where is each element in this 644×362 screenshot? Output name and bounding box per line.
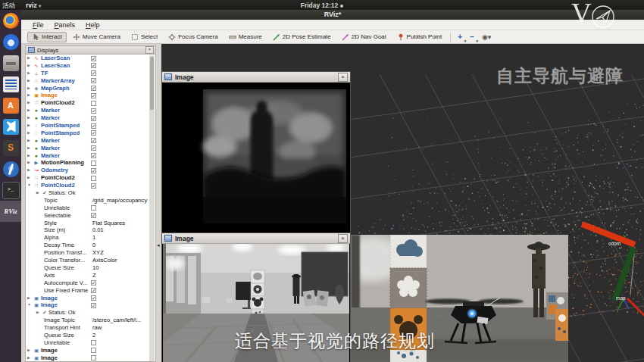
property-row-axis[interactable]: AxisZ — [26, 272, 151, 279]
tool-properties-button[interactable]: ◉▾ — [479, 33, 494, 41]
display-row-pointstamped[interactable]: ▶○PointStamped✓ — [26, 122, 151, 130]
collapsed-arrow-icon[interactable]: ▶ — [27, 114, 30, 122]
display-row-markerarray[interactable]: ▶∴MarkerArray✓ — [26, 77, 151, 85]
vscode-dock-item[interactable] — [0, 116, 21, 137]
display-row-motionplanning[interactable]: ▶▶MotionPlanning — [26, 159, 151, 167]
display-row-laserscan[interactable]: ▶∿LaserScan✓ — [26, 55, 151, 62]
scrollbar[interactable] — [149, 55, 155, 361]
property-row-image-topic[interactable]: Image Topic/stereo_cam/left/i... — [26, 317, 151, 324]
enable-checkbox[interactable]: ✓ — [91, 70, 96, 76]
display-row-laserscan[interactable]: ▶∿LaserScan✓ — [26, 62, 151, 70]
image-window-titlebar[interactable]: Image × — [162, 233, 350, 244]
collapsed-arrow-icon[interactable]: ▶ — [27, 137, 30, 145]
enable-checkbox[interactable]: ✓ — [91, 123, 96, 129]
property-checkbox[interactable] — [91, 340, 96, 345]
display-row-pointstamped[interactable]: ▶○PointStamped✓ — [26, 130, 151, 137]
property-value[interactable]: raw — [92, 324, 102, 332]
clock[interactable]: Friday 12:12 — [0, 2, 644, 9]
display-row-image[interactable]: ▶▣Image✓ — [26, 92, 151, 99]
property-value[interactable]: 2 — [92, 332, 95, 339]
display-row-marker[interactable]: ▶●Marker✓ — [26, 107, 151, 114]
enable-checkbox[interactable]: ✓ — [91, 303, 96, 308]
property-checkbox[interactable]: ✓ — [91, 213, 96, 218]
scrollbar-thumb[interactable] — [150, 57, 154, 110]
property-row-unreliable[interactable]: Unreliable — [26, 339, 151, 347]
property-row-color-transfor-[interactable]: Color Transfor...AxisColor — [26, 257, 151, 264]
property-value[interactable]: 10 — [92, 264, 98, 272]
display-row-mapgraph[interactable]: ▶◆MapGraph✓ — [26, 85, 151, 92]
property-row-alpha[interactable]: Alpha1 — [26, 234, 151, 242]
collapsed-arrow-icon[interactable]: ▶ — [27, 70, 30, 77]
property-row-selectable[interactable]: Selectable✓ — [26, 212, 151, 220]
display-row-pointcloud2[interactable]: ▶∷PointCloud2 — [26, 99, 151, 107]
display-row-pointcloud2[interactable]: ▼∷PointCloud2✓ — [26, 182, 151, 189]
display-row-pointcloud2[interactable]: ▶∷PointCloud2 — [26, 174, 151, 182]
property-checkbox[interactable]: ✓ — [91, 280, 96, 286]
property-row-autocompute-v-[interactable]: Autocompute V...✓ — [26, 279, 151, 287]
display-row-image[interactable]: ▶▣Image — [26, 347, 151, 354]
enable-checkbox[interactable] — [91, 161, 96, 166]
writer-dock-item[interactable] — [0, 73, 21, 95]
collapsed-arrow-icon[interactable]: ▶ — [27, 159, 30, 167]
enable-checkbox[interactable]: ✓ — [91, 168, 96, 173]
collapsed-arrow-icon[interactable]: ▶ — [27, 77, 30, 85]
collapsed-arrow-icon[interactable]: ▶ — [36, 309, 39, 317]
enable-checkbox[interactable]: ✓ — [91, 145, 96, 151]
collapsed-arrow-icon[interactable]: ▶ — [27, 152, 30, 160]
blueapp-dock-item[interactable] — [0, 158, 21, 179]
collapsed-arrow-icon[interactable]: ▶ — [27, 122, 30, 130]
menu-panels[interactable]: Panels — [49, 21, 81, 29]
rviz-dock-item[interactable]: RViz — [0, 201, 21, 222]
property-value[interactable]: /stereo_cam/left/i... — [92, 317, 141, 324]
enable-checkbox[interactable]: ✓ — [91, 116, 96, 121]
expanded-arrow-icon[interactable]: ▼ — [27, 301, 31, 309]
collapsed-arrow-icon[interactable]: ▶ — [36, 189, 39, 197]
collapsed-arrow-icon[interactable]: ▶ — [27, 174, 30, 182]
terminal-dock-item[interactable]: >_ — [0, 179, 21, 201]
image-window-depth[interactable]: Image × — [162, 72, 350, 233]
enable-checkbox[interactable]: ✓ — [91, 108, 96, 114]
property-value[interactable]: Flat Squares — [92, 220, 125, 227]
collapsed-arrow-icon[interactable]: ▶ — [27, 85, 30, 92]
property-row-size-m-[interactable]: Size (m)0.01 — [26, 226, 151, 234]
display-row-image[interactable]: ▼▣Image✓ — [26, 301, 151, 309]
collapsed-arrow-icon[interactable]: ▶ — [27, 107, 30, 114]
property-row-decay-time[interactable]: Decay Time0 — [26, 242, 151, 249]
publish-point-tool-button[interactable]: Publish Point — [392, 32, 447, 42]
property-value[interactable]: 0.01 — [92, 226, 104, 234]
enable-checkbox[interactable] — [91, 101, 96, 106]
files-dock-item[interactable] — [0, 52, 21, 73]
property-row-use-fixed-frame[interactable]: Use Fixed Frame✓ — [26, 287, 151, 295]
property-value[interactable]: AxisColor — [92, 257, 117, 264]
enable-checkbox[interactable]: ✓ — [91, 78, 96, 83]
expanded-arrow-icon[interactable]: ▼ — [27, 182, 31, 189]
displays-panel-header[interactable]: Displays × — [26, 46, 155, 55]
tf-frame-label-odom[interactable]: odom — [608, 241, 621, 246]
display-row-odometry[interactable]: ▶↝Odometry✓ — [26, 167, 151, 174]
enable-checkbox[interactable]: ✓ — [91, 56, 96, 61]
move-camera-tool-button[interactable]: Move Camera — [68, 32, 125, 42]
measure-tool-button[interactable]: Measure — [224, 32, 267, 42]
property-value[interactable]: Z — [92, 272, 96, 279]
display-row-image[interactable]: ▶▣Image✓ — [26, 295, 151, 302]
property-row-style[interactable]: StyleFlat Squares — [26, 220, 151, 227]
tf-frame-label-map[interactable]: map — [616, 295, 626, 301]
enable-checkbox[interactable]: ✓ — [91, 130, 96, 136]
menu-help[interactable]: Help — [80, 21, 105, 29]
status-row[interactable]: ▶✓Status: Ok — [26, 189, 151, 197]
property-row-queue-size[interactable]: Queue Size10 — [26, 264, 151, 272]
property-checkbox[interactable]: ✓ — [91, 288, 96, 293]
enable-checkbox[interactable]: ✓ — [91, 138, 96, 143]
menu-file[interactable]: File — [27, 21, 49, 29]
property-value[interactable]: XYZ — [92, 249, 104, 257]
collapsed-arrow-icon[interactable]: ▶ — [27, 99, 30, 107]
collapsed-arrow-icon[interactable]: ▶ — [27, 55, 30, 62]
collapsed-arrow-icon[interactable]: ▶ — [27, 62, 30, 70]
thunderbird-dock-item[interactable] — [0, 31, 21, 52]
collapsed-arrow-icon[interactable]: ▶ — [27, 130, 30, 137]
2d-pose-estimate-tool-button[interactable]: 2D Pose Estimate — [268, 32, 336, 42]
firefox-dock-item[interactable] — [0, 10, 21, 31]
collapsed-arrow-icon[interactable]: ▶ — [27, 295, 30, 302]
display-row-marker[interactable]: ▶●Marker✓ — [26, 114, 151, 122]
collapsed-arrow-icon[interactable]: ▶ — [27, 145, 30, 152]
